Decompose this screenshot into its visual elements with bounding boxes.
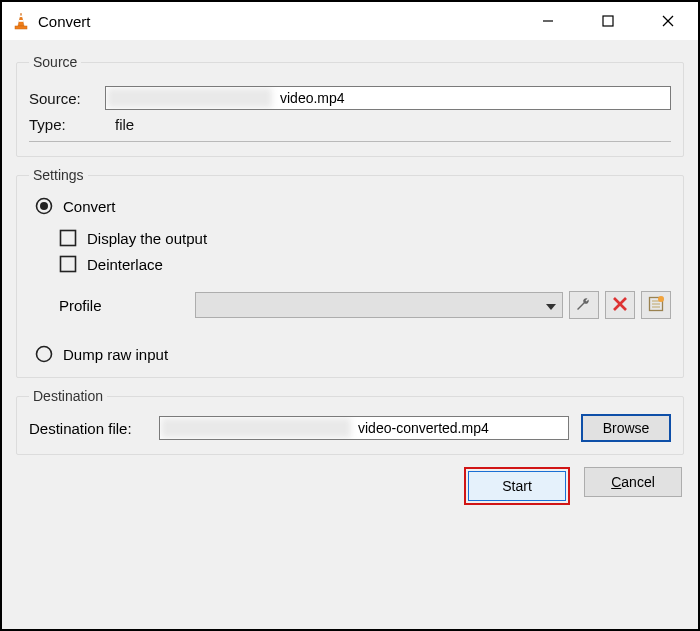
destination-input[interactable]: video-converted.mp4 (159, 416, 569, 440)
destination-value: video-converted.mp4 (166, 417, 489, 439)
browse-button[interactable]: Browse (581, 414, 671, 442)
browse-label: Browse (603, 420, 650, 436)
settings-group: Settings Convert Display the output Dein… (16, 167, 684, 378)
source-input[interactable]: video.mp4 (105, 86, 671, 110)
maximize-button[interactable] (578, 2, 638, 40)
destination-group: Destination Destination file: video-conv… (16, 388, 684, 455)
convert-label: Convert (63, 198, 116, 215)
radio-selected-icon (35, 197, 53, 215)
dialog-button-row: Start Cancel (16, 467, 684, 505)
profile-label: Profile (35, 297, 195, 314)
chevron-down-icon (546, 297, 556, 313)
start-button[interactable]: Start (468, 471, 566, 501)
delete-icon (611, 295, 629, 316)
source-group: Source Source: video.mp4 Type: file (16, 54, 684, 157)
deinterlace-label: Deinterlace (87, 256, 163, 273)
svg-rect-5 (603, 16, 613, 26)
wrench-icon (575, 295, 593, 316)
svg-point-19 (658, 296, 664, 302)
checkbox-unchecked-icon (59, 255, 77, 273)
source-value: video.mp4 (112, 87, 345, 109)
dialog-content: Source Source: video.mp4 Type: file Sett… (2, 40, 698, 629)
divider (29, 141, 671, 142)
edit-profile-button[interactable] (569, 291, 599, 319)
window-title: Convert (38, 13, 91, 30)
source-label: Source: (29, 90, 105, 107)
source-legend: Source (29, 54, 81, 70)
svg-rect-11 (61, 257, 76, 272)
radio-unselected-icon (35, 345, 53, 363)
svg-point-9 (40, 202, 48, 210)
new-profile-button[interactable] (641, 291, 671, 319)
svg-marker-0 (18, 13, 24, 26)
type-label: Type: (29, 116, 105, 133)
close-button[interactable] (638, 2, 698, 40)
delete-profile-button[interactable] (605, 291, 635, 319)
dump-raw-radio[interactable]: Dump raw input (35, 345, 671, 363)
display-output-checkbox[interactable]: Display the output (59, 229, 671, 247)
profile-combobox[interactable] (195, 292, 563, 318)
deinterlace-checkbox[interactable]: Deinterlace (59, 255, 671, 273)
svg-point-20 (37, 347, 52, 362)
convert-radio[interactable]: Convert (35, 197, 671, 215)
dump-raw-label: Dump raw input (63, 346, 168, 363)
cancel-button[interactable]: Cancel (584, 467, 682, 497)
checkbox-unchecked-icon (59, 229, 77, 247)
svg-rect-10 (61, 231, 76, 246)
settings-legend: Settings (29, 167, 88, 183)
new-profile-icon (647, 295, 665, 316)
type-value: file (115, 116, 134, 133)
minimize-button[interactable] (518, 2, 578, 40)
svg-rect-1 (19, 16, 23, 18)
destination-legend: Destination (29, 388, 107, 404)
tutorial-highlight: Start (464, 467, 570, 505)
vlc-cone-icon (12, 12, 30, 30)
svg-marker-12 (546, 304, 556, 310)
display-output-label: Display the output (87, 230, 207, 247)
titlebar: Convert (2, 2, 698, 40)
svg-rect-3 (15, 26, 27, 29)
destination-label: Destination file: (29, 420, 159, 437)
svg-rect-2 (19, 20, 24, 22)
